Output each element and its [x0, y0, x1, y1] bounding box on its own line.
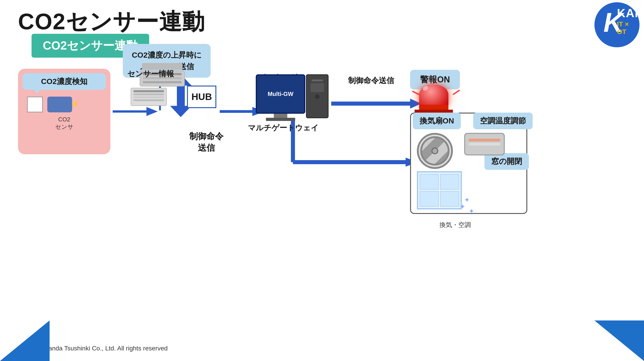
corner-triangle-br	[594, 321, 644, 361]
sensor-square	[27, 97, 43, 112]
logo-anda-text: KANDA	[617, 6, 640, 20]
kanki-footer-label: 換気・空調	[440, 221, 471, 229]
computer-tower	[306, 74, 328, 118]
co2-sensor-label: CO2センサ	[22, 116, 106, 131]
ac-unit-icon	[464, 133, 505, 155]
page-title: CO2センサー連動	[18, 7, 205, 37]
sensor-box: CO2濃度検知 CO2センサ	[18, 69, 110, 154]
kucho-label: 空調温度調節	[473, 113, 533, 129]
logo-area: K KANDA IT × OT	[568, 2, 640, 45]
alarm-base-top	[419, 105, 448, 110]
fan-icon	[417, 133, 453, 169]
network-router-icon	[131, 88, 167, 106]
seigyo-top-label: 制御命令送信	[348, 75, 394, 86]
sensor-device-area	[22, 97, 106, 112]
svg-marker-1	[146, 107, 158, 116]
hub-box: HUB	[187, 86, 216, 108]
logo-tagline: IT × OT	[617, 20, 640, 35]
svg-line-15	[453, 90, 460, 95]
multigw-monitor: Multi-GW	[256, 74, 305, 121]
window-icon	[417, 171, 462, 209]
seigyo-bottom-label: 制御命令送信	[189, 131, 224, 154]
corner-triangle-bl	[0, 321, 50, 361]
sparkle-3: ✦	[469, 207, 474, 215]
alarm-lamp	[414, 84, 453, 116]
mado-label: 窓の開閉	[484, 153, 529, 170]
logo-circle: K KANDA IT × OT	[594, 2, 640, 47]
co2-detection-label: CO2濃度検知	[22, 73, 106, 90]
sparkle-2: ✦	[460, 203, 465, 211]
sensor-info-label: センサー情報	[127, 69, 174, 79]
sensor-device-icon	[47, 97, 72, 112]
alarm-dome-icon	[419, 84, 448, 105]
multigw-label: マルチゲートウェイ	[248, 123, 318, 133]
kanki-fan-label: 換気扇ON	[413, 113, 461, 129]
